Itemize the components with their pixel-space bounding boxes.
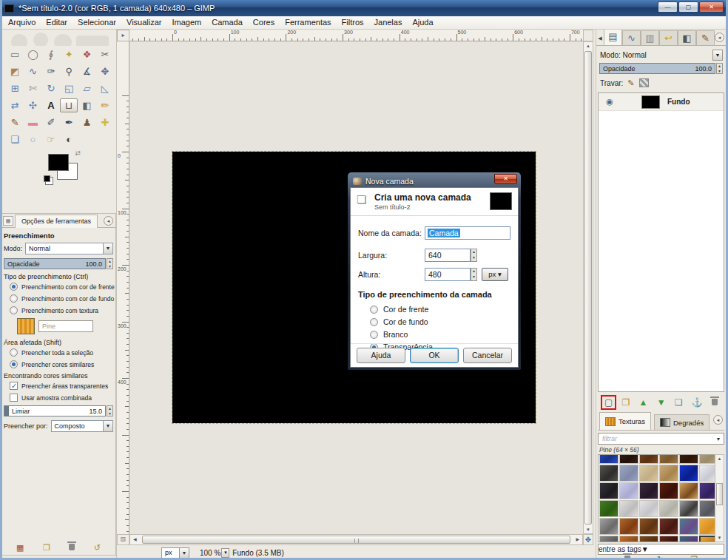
tab-paths[interactable]: ∿ bbox=[622, 30, 641, 45]
vertical-scrollbar[interactable]: ▲ ▼ bbox=[583, 41, 593, 534]
pattern-cell[interactable] bbox=[699, 465, 716, 482]
layer-opacity-spinner[interactable]: ▲▼ bbox=[716, 63, 723, 74]
pattern-scrollbar[interactable]: ▲ ▼ bbox=[715, 454, 724, 542]
new-layer-button[interactable]: ▢ bbox=[602, 397, 615, 408]
eraser-tool[interactable]: ▬ bbox=[24, 115, 41, 129]
chevron-down-icon[interactable]: ▼ bbox=[641, 545, 649, 553]
height-spinner[interactable]: ▲▼ bbox=[471, 268, 477, 281]
swap-colors-icon[interactable]: ⇄ bbox=[75, 149, 81, 157]
reset-options-button[interactable]: ↺ bbox=[94, 544, 101, 552]
scroll-left-icon[interactable]: ◀ bbox=[133, 535, 137, 544]
gradient-tool[interactable]: ◧ bbox=[78, 98, 95, 112]
pattern-cell[interactable] bbox=[659, 536, 678, 542]
layer-opacity-slider[interactable]: Opacidade 100.0 bbox=[599, 63, 715, 74]
pattern-cell[interactable] bbox=[699, 482, 716, 499]
pattern-cell[interactable] bbox=[659, 500, 678, 517]
width-input[interactable]: 640 ▲▼ bbox=[425, 249, 477, 262]
layer-mode-select[interactable]: ▼ bbox=[712, 50, 723, 61]
pattern-cell[interactable] bbox=[679, 454, 698, 464]
visibility-eye-icon[interactable]: ◉ bbox=[599, 97, 621, 107]
pattern-cell[interactable] bbox=[699, 518, 716, 535]
lock-alpha-icon[interactable] bbox=[639, 78, 649, 87]
opacity-slider[interactable]: Opacidade 100.0 bbox=[4, 258, 106, 269]
help-button[interactable]: Ajuda bbox=[357, 348, 405, 363]
fill-option-background[interactable]: Cor de fundo bbox=[370, 317, 428, 326]
blur-sharpen-tool[interactable]: ○ bbox=[24, 132, 41, 146]
navigation-button[interactable]: ✥ bbox=[583, 534, 593, 545]
pattern-cell[interactable] bbox=[619, 500, 638, 517]
pattern-cell[interactable] bbox=[699, 536, 716, 542]
pattern-scroll-thumb[interactable] bbox=[716, 483, 723, 505]
affected-area-option-similar[interactable]: Preencher cores similares bbox=[10, 360, 113, 368]
dock-menu-button[interactable]: ◂ bbox=[715, 33, 724, 42]
sample-merged-checkbox[interactable]: Usar amostra combinada bbox=[10, 394, 113, 402]
fuzzy-select-tool[interactable]: ✦ bbox=[60, 47, 78, 61]
crop-tool[interactable]: ✄ bbox=[24, 81, 41, 95]
tool-options-tab[interactable]: Opções de ferramentas bbox=[15, 215, 98, 228]
new-group-button[interactable]: ❐ bbox=[620, 397, 633, 408]
save-options-button[interactable]: ▦ bbox=[16, 544, 24, 552]
fill-option-white[interactable]: Branco bbox=[370, 330, 408, 339]
affected-area-option-selection[interactable]: Preencher toda a seleção bbox=[10, 348, 113, 357]
pattern-cell[interactable] bbox=[599, 500, 619, 517]
vscroll-thumb[interactable] bbox=[584, 51, 592, 524]
vertical-ruler[interactable]: 0100200300400 bbox=[117, 41, 129, 534]
ink-tool[interactable]: ✒ bbox=[60, 115, 78, 129]
delete-pattern-button[interactable] bbox=[624, 556, 630, 560]
tab-brushes[interactable]: ✎ bbox=[696, 30, 715, 45]
airbrush-tool[interactable]: ✐ bbox=[42, 115, 60, 129]
pattern-cell[interactable] bbox=[619, 482, 638, 499]
scroll-right-icon[interactable]: ▶ bbox=[576, 535, 579, 544]
perspective-tool[interactable]: ◺ bbox=[96, 81, 114, 95]
raise-layer-button[interactable]: ▲ bbox=[637, 397, 650, 408]
menu-camada[interactable]: Camada bbox=[206, 17, 248, 28]
pattern-cell[interactable] bbox=[679, 482, 698, 499]
pattern-cell[interactable] bbox=[639, 536, 658, 542]
menu-visualizar[interactable]: Visualizar bbox=[121, 17, 167, 28]
pattern-cell[interactable] bbox=[639, 454, 658, 464]
minimize-button[interactable]: — bbox=[658, 1, 678, 13]
menu-imagem[interactable]: Imagem bbox=[167, 17, 207, 28]
pattern-cell[interactable] bbox=[679, 518, 698, 535]
menu-filtros[interactable]: Filtros bbox=[337, 17, 369, 28]
open-pattern-button[interactable]: ❐ bbox=[690, 556, 698, 560]
tab-layers[interactable]: ▤ bbox=[604, 29, 622, 45]
fill-type-option-background[interactable]: Preenchimento com cor de fundo bbox=[10, 294, 113, 303]
tab-textures[interactable]: Texturas bbox=[599, 412, 651, 430]
fill-transparent-checkbox[interactable]: Preencher áreas transparentes bbox=[10, 382, 113, 390]
zoom-tool[interactable]: ⚲ bbox=[60, 64, 78, 78]
hscroll-thumb[interactable] bbox=[142, 536, 570, 544]
unit-select[interactable]: px ▾ bbox=[482, 268, 508, 281]
fill-by-select[interactable]: Composto ▼ bbox=[51, 420, 113, 432]
pattern-cell[interactable] bbox=[699, 454, 716, 464]
restore-options-button[interactable]: ❐ bbox=[43, 544, 50, 552]
pattern-cell[interactable] bbox=[619, 536, 638, 542]
tab-channels[interactable]: ▥ bbox=[641, 30, 659, 45]
pattern-cell[interactable] bbox=[599, 536, 619, 542]
fill-option-foreground[interactable]: Cor de frente bbox=[370, 305, 428, 314]
menu-ferramentas[interactable]: Ferramentas bbox=[280, 17, 336, 28]
rect-select-tool[interactable]: ▭ bbox=[6, 47, 24, 61]
color-picker-tool[interactable]: ✑ bbox=[42, 64, 60, 78]
scroll-down-icon[interactable]: ▼ bbox=[584, 527, 593, 532]
close-button[interactable]: ✕ bbox=[699, 1, 724, 13]
cage-transform-tool[interactable]: ✣ bbox=[24, 98, 41, 112]
text-tool[interactable]: A bbox=[42, 98, 60, 112]
pattern-cell[interactable] bbox=[639, 482, 658, 499]
clone-tool[interactable]: ♟ bbox=[78, 115, 95, 129]
dialog-title-bar[interactable]: Nova camada bbox=[350, 175, 519, 187]
threshold-spinner[interactable]: ▲▼ bbox=[107, 405, 113, 416]
perspective-clone-tool[interactable]: ❏ bbox=[6, 132, 24, 146]
menu-editar[interactable]: Editar bbox=[41, 17, 73, 28]
scroll-up-icon[interactable]: ▲ bbox=[715, 456, 724, 461]
menu-arquivo[interactable]: Arquivo bbox=[3, 17, 41, 28]
horizontal-ruler[interactable]: 0100200300400500600700 bbox=[129, 30, 583, 41]
tab-gradients[interactable]: ◧ bbox=[678, 30, 696, 45]
paths-tool[interactable]: ∿ bbox=[24, 64, 41, 78]
layer-row-fundo[interactable]: ◉ Fundo bbox=[599, 93, 724, 111]
tab-menu-button[interactable]: ◂ bbox=[104, 216, 113, 226]
tags-input[interactable]: entre as tags ▼ bbox=[598, 544, 724, 555]
menu-janelas[interactable]: Janelas bbox=[369, 17, 408, 28]
foreground-select-tool[interactable]: ◩ bbox=[6, 64, 24, 78]
drag-grip-icon[interactable]: ▦ bbox=[3, 216, 13, 226]
